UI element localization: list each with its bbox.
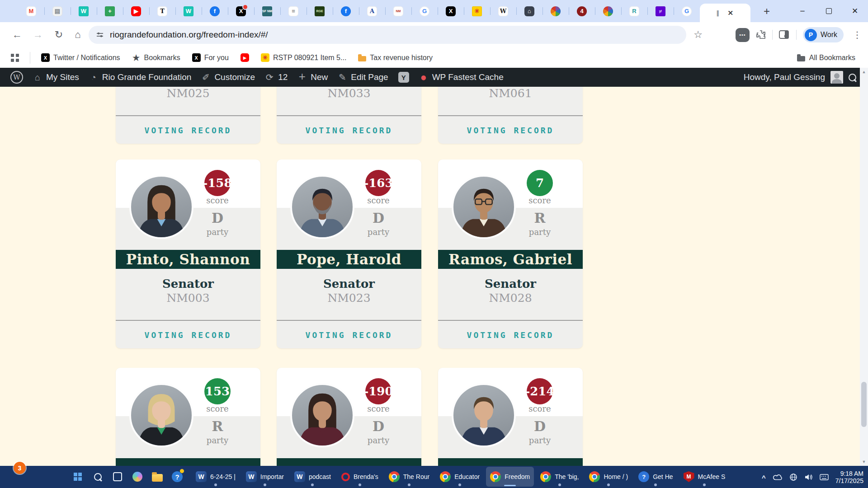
- pinned-tab-notes-app[interactable]: ▤: [44, 0, 71, 22]
- side-panel-search-icon[interactable]: [779, 30, 790, 39]
- pinned-tab-white-house[interactable]: ⌂: [516, 0, 542, 22]
- taskbar-task-view-button[interactable]: [108, 467, 127, 487]
- voting-record-link[interactable]: VOTING RECORD: [438, 126, 583, 135]
- scrollbar-thumb[interactable]: [861, 382, 867, 427]
- wp-menu-customize[interactable]: ✐Customize: [196, 68, 260, 87]
- taskbar-window-mcafee-s[interactable]: McAfee S: [679, 467, 730, 487]
- pinned-tab-x-twitter[interactable]: X: [228, 0, 254, 22]
- scroll-up-arrow[interactable]: ▲: [860, 68, 868, 76]
- address-bar[interactable]: riograndefoundation.org/freedom-index/#/: [89, 26, 686, 44]
- wp-menu-new[interactable]: +New: [292, 68, 333, 87]
- voting-record-link[interactable]: VOTING RECORD: [116, 126, 260, 135]
- pinned-tab-yahoo[interactable]: y!: [647, 0, 674, 22]
- pinned-tab-abq-journal[interactable]: A: [359, 0, 385, 22]
- wp-menu-12[interactable]: ⟳12: [260, 68, 292, 87]
- pinned-tab-gmail[interactable]: M: [18, 0, 44, 22]
- volume-icon[interactable]: [804, 474, 813, 481]
- new-tab-button[interactable]: +: [760, 4, 774, 19]
- taskbar-window-importar[interactable]: Importar: [242, 467, 288, 487]
- pinned-tab-wave-w[interactable]: W: [175, 0, 202, 22]
- notification-count-badge[interactable]: 3: [14, 462, 26, 474]
- browser-menu-icon[interactable]: ⋮: [850, 29, 864, 40]
- bookmark-tax-revenue-history[interactable]: Tax revenue history: [358, 54, 433, 62]
- bookmark-twitter-notifications[interactable]: XTwitter / Notifications: [41, 53, 120, 62]
- pinned-tab-facebook[interactable]: f: [202, 0, 228, 22]
- taskbar-window-the-big-[interactable]: The 'big,: [536, 467, 583, 487]
- wp-menu-wp-fastest-cache[interactable]: ●WP Fastest Cache: [414, 68, 509, 87]
- bookmark-for-you[interactable]: XFor you: [192, 53, 229, 62]
- voting-record-link[interactable]: VOTING RECORD: [438, 330, 583, 340]
- forward-button[interactable]: →: [28, 22, 48, 47]
- site-icon: ◔: [89, 72, 98, 83]
- back-button[interactable]: ←: [7, 22, 27, 47]
- wp-menu-wp-logo[interactable]: W: [5, 68, 28, 87]
- taskbar-window-get-he[interactable]: Get He: [634, 467, 677, 487]
- network-globe-icon[interactable]: [789, 473, 797, 481]
- pinned-tab-nbc-news[interactable]: [595, 0, 621, 22]
- page-scrollbar[interactable]: ▲ ▼: [860, 68, 868, 466]
- pinned-tab-news-site[interactable]: ≡: [280, 0, 307, 22]
- pinned-tab-zia-new-mexico[interactable]: ✳: [464, 0, 490, 22]
- taskbar-window-podcast[interactable]: podcast: [290, 467, 335, 487]
- extensions-puzzle-icon[interactable]: [756, 30, 766, 40]
- pinned-tab-google[interactable]: G: [674, 0, 700, 22]
- pinned-tab-google[interactable]: G: [411, 0, 438, 22]
- taskbar-start-button[interactable]: [68, 467, 88, 487]
- wp-menu-my-sites[interactable]: ⌂My Sites: [28, 68, 84, 87]
- bookmark-star-icon[interactable]: ☆: [688, 22, 708, 47]
- active-tab[interactable]: ▌ ✕: [700, 4, 750, 22]
- wp-menu-yoast[interactable]: Y: [393, 68, 414, 87]
- maximize-button[interactable]: [816, 0, 842, 22]
- taskbar-help-button[interactable]: ?: [167, 467, 187, 487]
- bookmark-rstp-080921-item-5-[interactable]: ✳RSTP 080921 Item 5...: [261, 53, 346, 62]
- wp-search-icon[interactable]: [849, 74, 856, 81]
- pinned-tab-wave-w[interactable]: W: [71, 0, 97, 22]
- all-bookmarks-button[interactable]: All Bookmarks: [797, 54, 855, 62]
- close-button[interactable]: ✕: [842, 0, 868, 22]
- pinned-tab-green-cross[interactable]: +: [97, 0, 123, 22]
- wp-menu-rio-grande-foundation[interactable]: ◔Rio Grande Foundation: [84, 68, 197, 87]
- tab-close-icon[interactable]: ✕: [728, 9, 734, 17]
- onedrive-cloud-icon[interactable]: [773, 474, 783, 480]
- taskbar-file-explorer-button[interactable]: [147, 467, 167, 487]
- pinned-tab-facebook[interactable]: f: [333, 0, 359, 22]
- wp-menu-edit-page[interactable]: ✎Edit Page: [333, 68, 393, 87]
- voting-record-link[interactable]: VOTING RECORD: [277, 126, 421, 135]
- home-button[interactable]: ⌂: [68, 22, 88, 47]
- taskbar-window-freedom[interactable]: Freedom: [486, 467, 534, 487]
- bookmark-youtube[interactable]: ▶: [241, 53, 249, 62]
- scroll-down-arrow[interactable]: ▼: [860, 458, 868, 466]
- pinned-tab-rio-grande-foundation[interactable]: R: [621, 0, 647, 22]
- taskbar-copilot-button[interactable]: [127, 467, 147, 487]
- pinned-tab-x-twitter[interactable]: X: [438, 0, 464, 22]
- pinned-tab-rge[interactable]: RGE: [307, 0, 333, 22]
- bookmark-bookmarks[interactable]: ★Bookmarks: [132, 53, 180, 62]
- taskbar-window-6-24-25-[interactable]: 6-24-25 |: [192, 467, 240, 487]
- reload-button[interactable]: ↻: [49, 22, 69, 47]
- password-manager-icon[interactable]: •••: [736, 28, 750, 42]
- apps-grid-icon[interactable]: [11, 54, 19, 62]
- wp-user-avatar[interactable]: [830, 71, 843, 84]
- pinned-tab-nytimes[interactable]: T: [149, 0, 175, 22]
- taskbar-window-the-rour[interactable]: The Rour: [385, 467, 434, 487]
- wp-howdy-label[interactable]: Howdy, Paul Gessing: [744, 72, 825, 82]
- tray-chevron-icon[interactable]: ^: [762, 474, 766, 482]
- pinned-tab-wikipedia[interactable]: W: [490, 0, 516, 22]
- taskbar-clock[interactable]: 9:18 AM 7/17/2025: [835, 470, 863, 484]
- legislator-photo: [452, 175, 516, 239]
- pinned-tab-kob4[interactable]: 4: [569, 0, 595, 22]
- voting-record-link[interactable]: VOTING RECORD: [277, 330, 421, 340]
- profile-chip[interactable]: P Work: [803, 27, 844, 42]
- voting-record-link[interactable]: VOTING RECORD: [116, 330, 260, 340]
- pinned-tab-youtube[interactable]: ▶: [123, 0, 149, 22]
- pinned-tab-nm-political-report[interactable]: NM: [385, 0, 411, 22]
- pinned-tab-sf-new-mexican[interactable]: SF NM: [254, 0, 280, 22]
- taskbar-window-educator[interactable]: Educator: [436, 467, 484, 487]
- taskbar-window-brenda-s[interactable]: Brenda's: [337, 467, 382, 487]
- site-info-icon[interactable]: [96, 31, 104, 39]
- pinned-tab-nbc-news[interactable]: [542, 0, 569, 22]
- touch-keyboard-icon[interactable]: [820, 474, 829, 480]
- taskbar-search-button[interactable]: [88, 467, 108, 487]
- taskbar-window-home-[interactable]: Home / ): [585, 467, 632, 487]
- minimize-button[interactable]: –: [789, 0, 816, 22]
